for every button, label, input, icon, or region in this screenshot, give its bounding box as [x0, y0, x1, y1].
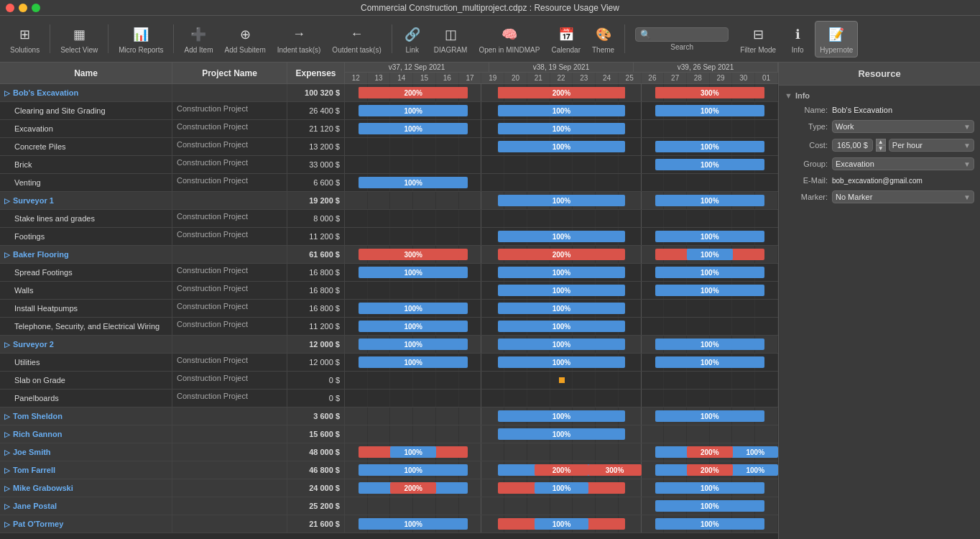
window-controls[interactable] [6, 4, 40, 12]
table-row[interactable]: UtilitiesConstruction Project12 000 $100… [0, 354, 778, 372]
table-row[interactable]: ExcavationConstruction Project21 120 $10… [0, 120, 778, 138]
gantt-bar: 100% [390, 446, 435, 458]
cost-stepper-up[interactable]: ▲ [876, 139, 886, 145]
expand-icon[interactable]: ▷ [4, 197, 10, 205]
link-icon: 🔗 [402, 24, 422, 45]
cell-name: ▷Mike Grabowski [0, 479, 172, 497]
gantt-bar: 100% [498, 285, 626, 296]
table-body[interactable]: ▷Bob's Excavation100 320 $300%200%200%30… [0, 84, 778, 539]
theme-button[interactable]: 🎨 Theme [588, 22, 619, 57]
table-row[interactable]: ▷Bob's Excavation100 320 $300%200%200%30… [0, 84, 778, 102]
day-17: 17 [459, 73, 482, 83]
table-row[interactable]: ▷Surveyor 212 000 $100%100%100% [0, 336, 778, 354]
outdent-button[interactable]: ← Outdent task(s) [328, 22, 385, 57]
gantt-bar: 100% [655, 482, 764, 494]
expand-icon[interactable]: ▷ [4, 430, 10, 438]
table-row[interactable]: ▷Tom Farrell46 800 $100%100%100%200%300%… [0, 461, 778, 479]
table-row[interactable]: ▷Surveyor 119 200 $100%100% [0, 192, 778, 210]
table-row[interactable]: ▷Mike Grabowski24 000 $100%200%200%100%1… [0, 479, 778, 497]
gantt-bar: 100% [655, 518, 764, 530]
cell-name: Venting [0, 174, 172, 191]
table-row[interactable]: PanelboardsConstruction Project0 $ [0, 390, 778, 407]
expand-icon[interactable]: ▷ [4, 89, 10, 97]
add-item-button[interactable]: ➕ Add Item [180, 22, 217, 57]
table-row[interactable]: VentingConstruction Project6 600 $100% [0, 174, 778, 192]
table-row[interactable]: ▷Rich Gannon15 600 $100% [0, 425, 778, 443]
cost-unit-select[interactable]: Per hour ▼ [889, 139, 974, 152]
cost-stepper[interactable]: ▲ ▼ [876, 139, 886, 152]
group-select[interactable]: Excavation ▼ [832, 157, 974, 170]
table-row[interactable]: WallsConstruction Project16 800 $100%100… [0, 282, 778, 300]
expand-icon[interactable]: ▷ [4, 502, 10, 510]
cost-value: 165,00 $ [832, 139, 873, 152]
select-view-button[interactable]: ▦ Select View [56, 22, 102, 57]
expand-icon[interactable]: ▷ [4, 484, 10, 492]
table-row[interactable]: ▷Pat O'Tormey21 600 $100%200%100%100% [0, 515, 778, 533]
hypernote-button[interactable]: 📝 Hypernote [815, 21, 858, 57]
day-29: 29 [710, 73, 733, 83]
filter-icon: ⊟ [748, 24, 768, 45]
maximize-button[interactable] [32, 4, 40, 12]
cell-project [172, 497, 287, 515]
select-view-icon: ▦ [69, 24, 89, 45]
solutions-button[interactable]: ⊞ Solutions [6, 22, 44, 57]
info-section: ▼ Info Name: Bob's Excavation Type: Work… [779, 86, 980, 215]
type-select[interactable]: Work ▼ [832, 120, 974, 133]
cell-project: Construction Project [172, 102, 287, 119]
gantt-bar: 100% [498, 267, 626, 278]
gantt-bar: 200% [359, 87, 468, 98]
gantt-bar: 100% [359, 123, 468, 134]
outdent-label: Outdent task(s) [332, 46, 381, 54]
search-icon: 🔍 [640, 29, 651, 40]
marker-select[interactable]: No Marker ▼ [832, 190, 974, 203]
search-group: 🔍 Search [631, 24, 733, 54]
week-label-39: v39, 26 Sep 2021 [634, 63, 778, 72]
table-row[interactable]: ▷Joe Smith48 000 $200%100%100%200%100%20… [0, 443, 778, 461]
close-button[interactable] [6, 4, 14, 12]
expand-icon[interactable]: ▷ [4, 466, 10, 474]
table-row[interactable]: ▷Tom Sheldon3 600 $100%100% [0, 407, 778, 425]
table-row[interactable]: BrickConstruction Project33 000 $100% [0, 156, 778, 174]
minimize-button[interactable] [19, 4, 27, 12]
link-button[interactable]: 🔗 Link [398, 22, 427, 57]
expand-icon[interactable]: ▷ [4, 341, 10, 349]
table-row[interactable]: Clearing and Site GradingConstruction Pr… [0, 102, 778, 120]
cell-gantt: 100% [345, 425, 778, 443]
cell-expenses: 12 000 $ [287, 354, 345, 371]
filter-button[interactable]: ⊟ Filter Mode [736, 22, 780, 57]
name-label: Name: [785, 106, 828, 114]
table-row[interactable]: Telephone, Security, and Electrical Wiri… [0, 318, 778, 336]
indent-button[interactable]: → Indent task(s) [273, 22, 325, 57]
micro-reports-label: Micro Reports [119, 46, 163, 54]
table-row[interactable]: Concrete PilesConstruction Project13 200… [0, 138, 778, 156]
expand-icon[interactable]: ▷ [4, 251, 10, 259]
table-row[interactable]: Spread FootingsConstruction Project16 80… [0, 264, 778, 282]
cell-gantt: 100%100% [345, 120, 778, 137]
cell-project: Construction Project [172, 318, 287, 335]
search-box[interactable]: 🔍 [635, 27, 729, 42]
cost-stepper-down[interactable]: ▼ [876, 145, 886, 152]
mindmap-button[interactable]: 🧠 Open in MINDMAP [474, 22, 544, 57]
table-row[interactable]: ▷Jane Postal25 200 $100% [0, 497, 778, 515]
info-button[interactable]: ℹ Info [783, 22, 812, 57]
expand-icon[interactable]: ▷ [4, 448, 10, 456]
expand-icon[interactable]: ▷ [4, 413, 10, 420]
name-value: Bob's Excavation [832, 106, 974, 114]
solutions-icon: ⊞ [15, 24, 35, 45]
table-row[interactable]: Slab on GradeConstruction Project0 $ [0, 372, 778, 390]
table-row[interactable]: ▷Baker Flooring61 600 $300%300%200%200%1… [0, 246, 778, 264]
expand-icon[interactable]: ▷ [4, 520, 10, 528]
day-16: 16 [436, 73, 459, 83]
row-name-text: Install Heatpumps [14, 304, 78, 313]
diagram-button[interactable]: ◫ DIAGRAM [430, 22, 472, 57]
cell-name: Brick [0, 156, 172, 173]
table-row[interactable]: FootingsConstruction Project11 200 $100%… [0, 228, 778, 246]
cell-expenses: 8 000 $ [287, 210, 345, 227]
diagram-label: DIAGRAM [434, 46, 468, 54]
calendar-button[interactable]: 📅 Calendar [547, 22, 585, 57]
micro-reports-button[interactable]: 📊 Micro Reports [114, 22, 167, 57]
table-row[interactable]: Stake lines and gradesConstruction Proje… [0, 210, 778, 228]
cell-gantt: 100%100% [345, 282, 778, 299]
table-row[interactable]: Install HeatpumpsConstruction Project16 … [0, 300, 778, 318]
add-subitem-button[interactable]: ⊕ Add Subitem [221, 22, 270, 57]
